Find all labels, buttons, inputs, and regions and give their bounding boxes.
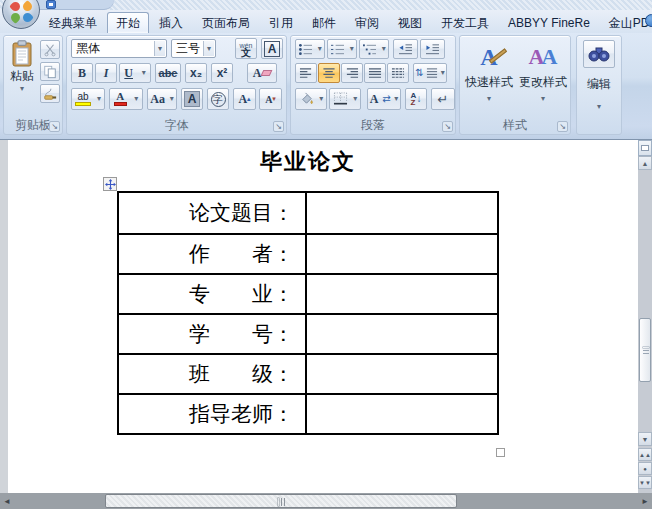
paste-dropdown-arrow[interactable]: ▾ [20,85,24,93]
grow-font-button[interactable]: A▴ [233,88,256,110]
ribbon-tab[interactable]: 邮件 [303,12,345,33]
thesis-info-table[interactable]: 论文题目： 作 者： 专 业： 学 号： [117,191,499,435]
enclose-characters-button[interactable]: 字 [207,88,229,110]
shading-button[interactable]: ▾ [295,88,327,110]
ribbon-tab[interactable]: 开始 [107,12,149,33]
table-label-cell[interactable]: 论文题目： [119,193,307,233]
document-title[interactable]: 毕业论文 [8,147,608,177]
bullets-button[interactable]: ▾ [295,39,325,59]
ribbon-tab[interactable]: 开发工具 [432,12,498,33]
table-label-cell[interactable]: 指导老师： [119,395,307,433]
numbering-dropdown-arrow[interactable]: ▾ [350,45,354,53]
font-color-dropdown-arrow[interactable]: ▾ [134,95,138,103]
sort-button[interactable]: A Z ↓ [405,88,427,110]
browse-next-button[interactable]: ▼▼ [638,476,652,489]
clear-formatting-button[interactable]: A [247,63,277,83]
font-size-combo[interactable]: 三号 ▾ [171,39,216,58]
text-highlight-button[interactable]: ab ▾ [71,88,105,110]
table-label-cell[interactable]: 班 级： [119,355,307,393]
distribute-button[interactable] [387,63,409,83]
borders-dropdown-arrow[interactable]: ▾ [353,95,357,103]
scroll-left-button[interactable]: ◄ [0,493,14,509]
bullets-dropdown-arrow[interactable]: ▾ [318,45,322,53]
font-size-dropdown-arrow[interactable]: ▾ [203,41,214,56]
document-page[interactable]: 毕业论文 论文题目： 作 者： 专 业： [8,140,638,493]
multilevel-dropdown-arrow[interactable]: ▾ [382,45,386,53]
increase-indent-button[interactable] [420,39,445,59]
character-border-button[interactable]: A [261,38,283,59]
vertical-scrollbar[interactable]: ▲ ▼ ▲▲ ● ▼▼ [638,140,652,493]
shrink-font-button[interactable]: A▾ [259,88,282,110]
table-value-cell[interactable] [307,235,497,273]
table-label-cell[interactable]: 作 者： [119,235,307,273]
editing-button[interactable]: 编辑 ▾ [580,39,618,129]
scroll-down-button[interactable]: ▼ [638,432,652,446]
ribbon-tab[interactable]: 插入 [150,12,192,33]
change-case-dropdown-arrow[interactable]: ▾ [170,95,174,103]
browse-previous-button[interactable]: ▲▲ [638,448,652,461]
editing-dropdown-arrow[interactable]: ▾ [597,103,601,111]
ribbon-tab[interactable]: 经典菜单 [40,12,106,33]
table-value-cell[interactable] [307,395,497,433]
numbering-button[interactable]: ▾ [327,39,357,59]
superscript-button[interactable]: x² [211,63,233,83]
align-left-button[interactable] [295,63,317,83]
copy-button[interactable] [40,62,60,81]
change-styles-dropdown-arrow[interactable]: ▾ [541,95,545,103]
font-color-button[interactable]: A ▾ [109,88,143,110]
italic-button[interactable]: I [95,63,117,83]
multilevel-list-button[interactable]: ▾ [359,39,389,59]
phonetic-guide-button[interactable]: wén 文 [235,38,257,59]
font-name-dropdown-arrow[interactable]: ▾ [154,41,165,56]
show-hide-marks-button[interactable]: ↵ [431,88,455,110]
bold-button[interactable]: B [71,63,93,83]
line-spacing-button[interactable]: ⇅ ▾ [413,63,447,83]
table-value-cell[interactable] [307,193,497,233]
browse-select-button[interactable]: ● [638,462,652,475]
align-right-button[interactable] [341,63,363,83]
table-label-cell[interactable]: 学 号： [119,315,307,353]
shading-dropdown-arrow[interactable]: ▾ [319,95,323,103]
line-spacing-dropdown-arrow[interactable]: ▾ [441,69,445,77]
ribbon-tab[interactable]: 页面布局 [193,12,259,33]
paste-button[interactable]: 粘贴 ▾ [6,39,38,117]
underline-button[interactable]: U ▾ [119,63,151,83]
subscript-button[interactable]: x₂ [185,63,207,83]
help-button[interactable] [645,14,652,27]
table-value-cell[interactable] [307,355,497,393]
horizontal-scroll-thumb[interactable] [105,494,457,508]
strikethrough-button[interactable]: abe [155,63,181,83]
vertical-scroll-thumb[interactable] [639,318,651,382]
format-painter-button[interactable] [40,84,60,103]
borders-button[interactable]: ▾ [329,88,361,110]
font-name-combo[interactable]: 黑体 ▾ [71,39,167,58]
change-styles-button[interactable]: A A 更改样式 ▾ [517,39,569,119]
quick-styles-button[interactable]: A 快速样式 ▾ [463,39,515,119]
table-move-handle[interactable] [103,177,117,191]
paragraph-dialog-launcher[interactable]: ↘ [442,121,453,132]
ribbon-tab[interactable]: ABBYY FineRe [499,12,599,33]
quick-styles-dropdown-arrow[interactable]: ▾ [487,95,491,103]
styles-dialog-launcher[interactable]: ↘ [557,121,568,132]
highlight-dropdown-arrow[interactable]: ▾ [97,95,101,103]
font-dialog-launcher[interactable]: ↘ [273,121,284,132]
ribbon-tab[interactable]: 视图 [389,12,431,33]
scroll-up-button[interactable]: ▲ [638,156,652,170]
ruler-toggle-button[interactable] [638,140,652,156]
clipboard-dialog-launcher[interactable]: ↘ [49,121,60,132]
character-shading-button[interactable]: A [181,88,203,110]
underline-dropdown-arrow[interactable]: ▾ [142,69,146,77]
table-label-cell[interactable]: 专 业： [119,275,307,313]
cut-button[interactable] [40,40,60,59]
asian-layout-dropdown-arrow[interactable]: ▾ [394,95,398,103]
ribbon-tab[interactable]: 引用 [260,12,302,33]
asian-layout-button[interactable]: A ⇄ ▾ [367,88,401,110]
table-value-cell[interactable] [307,275,497,313]
justify-button[interactable] [364,63,386,83]
decrease-indent-button[interactable] [393,39,418,59]
ribbon-tab[interactable]: 金山PDF [600,12,652,33]
ribbon-tab[interactable]: 审阅 [346,12,388,33]
horizontal-scrollbar[interactable]: ◄ ► [0,493,652,509]
scroll-right-button[interactable]: ► [638,493,652,509]
align-center-button[interactable] [318,63,340,83]
